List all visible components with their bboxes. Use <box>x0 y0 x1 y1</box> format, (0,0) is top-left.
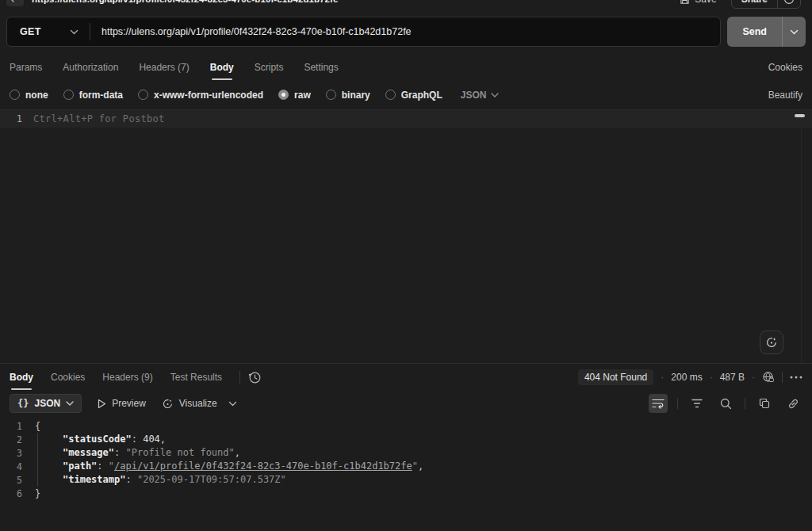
indent-guide <box>37 460 63 473</box>
wrap-text-icon <box>652 398 665 409</box>
body-option-raw[interactable]: raw <box>278 90 311 101</box>
url-input[interactable]: https://ulens.org/api/v1/profile/0f432f2… <box>90 26 423 37</box>
filter-button[interactable] <box>688 394 707 413</box>
token: " <box>412 460 418 472</box>
play-icon <box>98 399 106 409</box>
language-label: JSON <box>461 90 487 101</box>
body-option-graphql[interactable]: GraphQL <box>385 90 442 101</box>
token: 404 <box>143 434 160 445</box>
request-tab-params[interactable]: Params <box>10 62 42 80</box>
body-options-list: noneform-datax-www-form-urlencodedrawbin… <box>10 90 458 101</box>
language-selector[interactable]: JSON <box>461 90 500 101</box>
body-option-none[interactable]: none <box>10 90 48 101</box>
body-option-label: form-data <box>79 90 123 101</box>
response-tabs: BodyCookiesHeaders (9)Test Results 404 N… <box>0 364 812 390</box>
chevron-down-icon <box>70 29 79 35</box>
method-label: GET <box>20 26 41 37</box>
code-text: } <box>35 488 40 499</box>
request-url-row: GET https://ulens.org/api/v1/profile/0f4… <box>0 10 812 54</box>
response-code-line: 5"timestamp": "2025-09-17T09:57:07.537Z" <box>0 473 812 487</box>
body-type-options: noneform-datax-www-form-urlencodedrawbin… <box>0 80 812 109</box>
search-icon <box>720 398 732 410</box>
share-button[interactable]: Share <box>732 0 777 8</box>
body-option-label: x-www-form-urlencoded <box>154 90 263 101</box>
send-button-group: Send <box>727 17 806 47</box>
line-number: 3 <box>0 448 35 459</box>
request-tab-scripts[interactable]: Scripts <box>255 62 284 80</box>
body-option-form-data[interactable]: form-data <box>63 90 123 101</box>
response-history-button[interactable] <box>248 371 262 390</box>
request-tab-authorization[interactable]: Authorization <box>63 62 118 80</box>
indent-guide <box>37 446 63 460</box>
request-tab-body[interactable]: Body <box>210 62 234 80</box>
response-tab-test-results[interactable]: Test Results <box>170 372 222 390</box>
preview-label: Preview <box>112 398 146 409</box>
response-toolbar: {} JSON Preview Visualize <box>0 390 812 417</box>
separator-dot: · <box>752 372 755 383</box>
body-option-label: none <box>25 90 48 101</box>
radio-icon <box>63 90 74 100</box>
chevron-down-icon <box>491 93 499 97</box>
response-tab-cookies[interactable]: Cookies <box>51 372 85 390</box>
response-panel: BodyCookiesHeaders (9)Test Results 404 N… <box>0 363 812 531</box>
response-code-line: 3"message": "Profile not found", <box>0 446 812 460</box>
path-link[interactable]: /api/v1/profile/0f432f24-82c3-470e-b10f-… <box>114 460 412 472</box>
send-button[interactable]: Send <box>727 17 782 47</box>
response-meta: 404 Not Found · 200 ms · 487 B · <box>578 369 802 390</box>
status-badge[interactable]: 404 Not Found <box>578 369 653 385</box>
url-bar: GET https://ulens.org/api/v1/profile/0f4… <box>6 17 721 47</box>
request-body-editor[interactable]: 1 Ctrl+Alt+P for Postbot <box>0 109 812 363</box>
request-title: https://ulens.org/api/v1/profile/0f432f2… <box>32 0 339 4</box>
radio-icon <box>326 90 336 100</box>
network-info-button[interactable] <box>762 371 775 384</box>
request-tab-headers-7[interactable]: Headers (7) <box>139 62 189 80</box>
save-button[interactable]: Save <box>680 0 716 5</box>
link-button[interactable] <box>783 394 802 413</box>
more-options-icon <box>790 376 802 379</box>
visualize-options-button[interactable] <box>228 401 237 407</box>
preview-button[interactable]: Preview <box>98 398 146 409</box>
save-label: Save <box>695 0 716 5</box>
divider <box>782 372 783 383</box>
response-tab-headers-9[interactable]: Headers (9) <box>102 372 152 390</box>
token: "Profile not found" <box>125 447 234 458</box>
copy-icon <box>759 398 770 409</box>
visualize-icon <box>162 398 174 410</box>
separator-dot: · <box>661 372 664 383</box>
beautify-link[interactable]: Beautify <box>768 90 802 101</box>
body-option-label: GraphQL <box>401 90 442 101</box>
response-body-viewer[interactable]: 1{2"statusCode": 404,3"message": "Profil… <box>0 417 812 531</box>
filter-icon <box>691 399 703 408</box>
radio-icon <box>138 90 148 100</box>
body-option-x-www-form-urlencoded[interactable]: x-www-form-urlencoded <box>138 90 263 101</box>
code-text: "message": "Profile not found", <box>35 446 240 460</box>
send-options-button[interactable] <box>782 17 806 47</box>
response-tab-body[interactable]: Body <box>10 372 33 390</box>
link-icon <box>787 398 799 410</box>
comments-button[interactable] <box>778 0 800 8</box>
body-option-binary[interactable]: binary <box>326 90 370 101</box>
token: "2025-09-17T09:57:07.537Z" <box>137 474 286 485</box>
divider <box>745 398 745 409</box>
response-format-dropdown[interactable]: {} JSON <box>10 394 82 413</box>
chevron-down-icon <box>66 401 74 406</box>
postbot-button[interactable] <box>760 330 783 354</box>
visualize-label: Visualize <box>179 398 217 409</box>
method-selector[interactable]: GET <box>7 17 90 46</box>
request-tab-settings[interactable]: Settings <box>304 62 338 80</box>
token: "path" <box>63 460 97 472</box>
cookies-link[interactable]: Cookies <box>768 62 802 80</box>
line-number: 2 <box>0 434 35 445</box>
editor-scrollbar-thumb[interactable] <box>795 114 805 117</box>
response-size[interactable]: 487 B <box>720 372 745 383</box>
indent-guide <box>37 473 63 487</box>
app-window: https://ulens.org/api/v1/profile/0f432f2… <box>0 0 812 531</box>
visualize-button[interactable]: Visualize <box>162 398 217 410</box>
response-options-button[interactable] <box>790 376 802 379</box>
response-time[interactable]: 200 ms <box>671 372 702 383</box>
method-badge-icon <box>6 0 24 6</box>
wrap-text-button[interactable] <box>649 394 668 413</box>
search-button[interactable] <box>716 394 735 413</box>
copy-button[interactable] <box>755 394 774 413</box>
token: : <box>114 447 125 458</box>
